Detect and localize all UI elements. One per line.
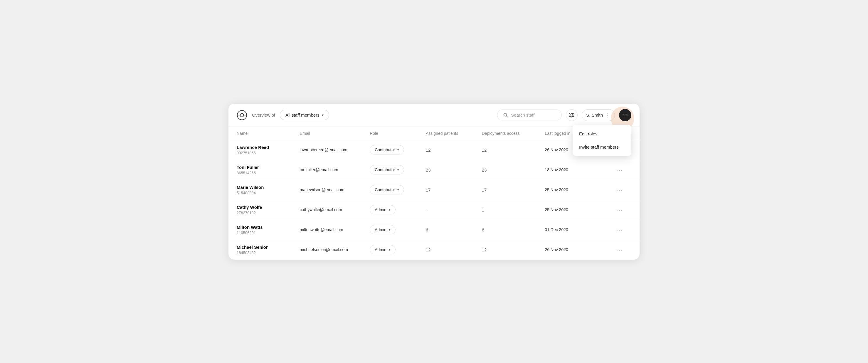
- col-name: Name: [237, 131, 300, 136]
- staff-id: 515488004: [237, 191, 300, 195]
- staff-name-cell: Toni Fuller 865514265: [237, 165, 300, 175]
- chevron-down-icon: ▾: [322, 113, 323, 117]
- col-deployments: Deployments access: [482, 131, 545, 136]
- row-more-button[interactable]: ···: [608, 226, 631, 233]
- row-more-button[interactable]: ···: [608, 167, 631, 173]
- role-label: Contributor: [375, 187, 395, 192]
- user-badge[interactable]: S. Smith ⋮: [582, 109, 615, 121]
- chevron-icon: ▾: [397, 148, 399, 152]
- deployments-access: 1: [482, 207, 545, 212]
- col-assigned: Assigned patients: [426, 131, 482, 136]
- role-cell: Contributor ▾: [370, 145, 426, 154]
- svg-point-13: [570, 116, 572, 117]
- table-row: Michael Senior 184503482 michaelsenior@e…: [228, 240, 640, 260]
- staff-email: tonifuller@email.com: [300, 168, 370, 172]
- table-row: Marie Wilson 515488004 mariewilson@email…: [228, 180, 640, 200]
- role-cell: Admin ▾: [370, 245, 426, 254]
- svg-point-11: [570, 113, 571, 114]
- deployments-access: 17: [482, 187, 545, 192]
- search-icon: [503, 113, 508, 118]
- table-row: Milton Watts 110506201 miltonwatts@email…: [228, 220, 640, 240]
- staff-name: Cathy Wolfe: [237, 205, 300, 210]
- user-menu-dots-icon: ⋮: [605, 112, 611, 118]
- deployments-access: 23: [482, 168, 545, 172]
- chevron-icon: ▾: [389, 248, 391, 252]
- assigned-patients: 23: [426, 168, 482, 172]
- deployments-access: 12: [482, 147, 545, 152]
- staff-id: 184503482: [237, 250, 300, 255]
- staff-id: 278270182: [237, 211, 300, 215]
- filter-sliders-button[interactable]: [566, 109, 578, 121]
- role-dropdown[interactable]: Contributor ▾: [370, 185, 404, 194]
- row-more-button[interactable]: ···: [608, 186, 631, 193]
- staff-name-cell: Marie Wilson 515488004: [237, 185, 300, 195]
- assigned-patients: 12: [426, 247, 482, 252]
- assigned-patients: 12: [426, 147, 482, 152]
- role-dropdown[interactable]: Admin ▾: [370, 245, 396, 254]
- assigned-patients: -: [426, 207, 482, 212]
- col-role: Role: [370, 131, 426, 136]
- staff-email: lawrencereed@email.com: [300, 147, 370, 152]
- assigned-patients: 6: [426, 227, 482, 232]
- row-more-button[interactable]: ···: [608, 246, 631, 253]
- last-logged-in: 25 Nov 2020: [545, 207, 608, 212]
- staff-name-cell: Milton Watts 110506201: [237, 225, 300, 235]
- chevron-icon: ▾: [389, 208, 391, 212]
- staff-name: Marie Wilson: [237, 185, 300, 190]
- filter-dropdown-label: All staff members: [285, 113, 319, 118]
- role-dropdown[interactable]: Contributor ▾: [370, 165, 404, 175]
- three-dots-icon: ···: [622, 112, 628, 118]
- col-email: Email: [300, 131, 370, 136]
- chevron-icon: ▾: [389, 228, 391, 232]
- invite-staff-menu-item[interactable]: Invite staff members: [572, 141, 631, 154]
- staff-email: miltonwatts@email.com: [300, 227, 370, 232]
- svg-line-7: [506, 116, 508, 117]
- staff-name: Michael Senior: [237, 245, 300, 250]
- header: Overview of All staff members ▾ Search s…: [228, 104, 640, 127]
- edit-roles-menu-item[interactable]: Edit roles: [572, 127, 631, 141]
- staff-email: michaelsenior@email.com: [300, 247, 370, 252]
- role-label: Contributor: [375, 147, 395, 152]
- staff-name: Toni Fuller: [237, 165, 300, 170]
- staff-email: mariewilson@email.com: [300, 187, 370, 192]
- more-options-button[interactable]: ···: [619, 109, 631, 121]
- chevron-icon: ▾: [397, 188, 399, 192]
- role-dropdown[interactable]: Admin ▾: [370, 205, 396, 214]
- table-row: Toni Fuller 865514265 tonifuller@email.c…: [228, 160, 640, 180]
- staff-name: Lawrence Reed: [237, 145, 300, 150]
- role-cell: Contributor ▾: [370, 185, 426, 194]
- svg-point-12: [572, 114, 573, 115]
- staff-id: 992751056: [237, 151, 300, 155]
- staff-id: 110506201: [237, 231, 300, 235]
- role-label: Admin: [375, 207, 386, 212]
- deployments-access: 12: [482, 247, 545, 252]
- last-logged-in: 25 Nov 2020: [545, 187, 608, 192]
- app-container: Overview of All staff members ▾ Search s…: [228, 104, 640, 260]
- chevron-icon: ▾: [397, 168, 399, 172]
- filter-dropdown[interactable]: All staff members ▾: [280, 110, 329, 120]
- last-logged-in: 01 Dec 2020: [545, 227, 608, 232]
- search-box[interactable]: Search staff: [497, 110, 562, 120]
- sliders-icon: [569, 113, 575, 118]
- staff-name-cell: Cathy Wolfe 278270182: [237, 205, 300, 215]
- context-menu: Edit roles Invite staff members: [572, 125, 631, 156]
- last-logged-in: 26 Nov 2020: [545, 247, 608, 252]
- role-dropdown[interactable]: Admin ▾: [370, 225, 396, 234]
- row-more-button[interactable]: ···: [608, 207, 631, 213]
- table-row: Cathy Wolfe 278270182 cathywolfe@email.c…: [228, 200, 640, 220]
- user-name-label: S. Smith: [586, 113, 603, 118]
- svg-point-1: [240, 113, 244, 117]
- logo-icon: [237, 110, 247, 120]
- role-cell: Contributor ▾: [370, 165, 426, 175]
- overview-label: Overview of: [252, 113, 275, 118]
- staff-id: 865514265: [237, 171, 300, 175]
- role-label: Admin: [375, 227, 386, 232]
- role-dropdown[interactable]: Contributor ▾: [370, 145, 404, 154]
- role-cell: Admin ▾: [370, 225, 426, 234]
- role-cell: Admin ▾: [370, 205, 426, 214]
- last-logged-in: 18 Nov 2020: [545, 168, 608, 172]
- staff-name-cell: Michael Senior 184503482: [237, 245, 300, 255]
- staff-email: cathywolfe@email.com: [300, 207, 370, 212]
- staff-name-cell: Lawrence Reed 992751056: [237, 145, 300, 155]
- deployments-access: 6: [482, 227, 545, 232]
